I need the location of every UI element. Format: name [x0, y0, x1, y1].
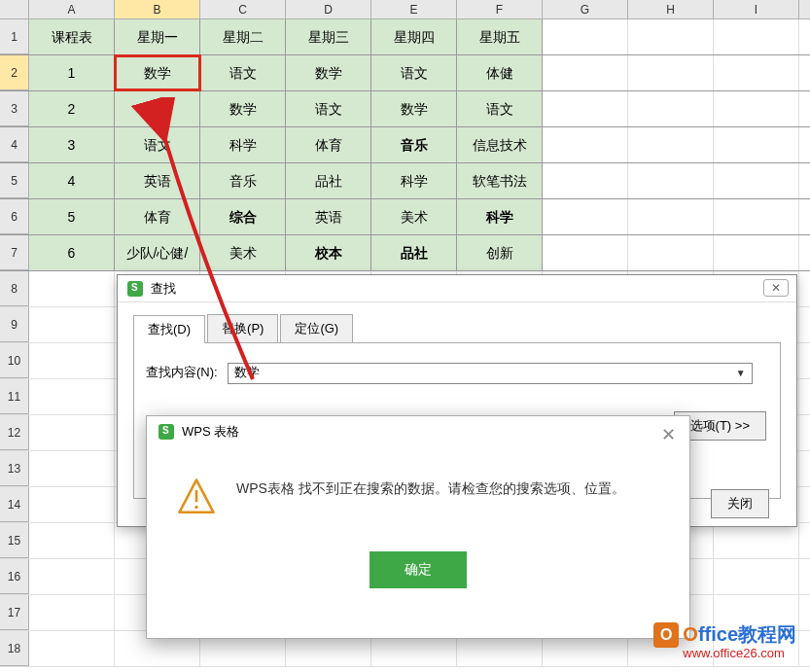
cell[interactable]: 星期三 [286, 19, 371, 54]
cell[interactable] [628, 235, 714, 270]
cell[interactable] [714, 559, 799, 594]
cell[interactable] [29, 271, 115, 306]
close-button[interactable]: 关闭 [711, 489, 769, 518]
cell[interactable]: 综合 [200, 199, 286, 234]
cell[interactable]: 1 [29, 55, 115, 90]
cell[interactable]: 品社 [286, 163, 371, 198]
cell[interactable] [29, 523, 115, 558]
row-head-8[interactable]: 8 [0, 271, 29, 306]
cell[interactable]: 语文 [286, 91, 371, 126]
cell[interactable]: 英语 [115, 163, 200, 198]
cell[interactable]: 体育 [286, 127, 371, 162]
row-head-9[interactable]: 9 [0, 307, 29, 342]
cell[interactable]: 星期四 [371, 19, 457, 54]
cell[interactable]: 数学 [286, 55, 371, 90]
cell[interactable] [543, 235, 628, 270]
cell[interactable]: 语文 [115, 127, 200, 162]
cell[interactable]: 语文 [115, 91, 200, 126]
cell[interactable] [628, 127, 714, 162]
cell[interactable] [29, 595, 115, 630]
col-head-E[interactable]: E [371, 0, 457, 18]
tab-goto[interactable]: 定位(G) [280, 314, 353, 342]
cell[interactable] [543, 163, 628, 198]
cell[interactable]: 2 [29, 91, 115, 126]
select-all-corner[interactable] [0, 0, 29, 18]
row-head-6[interactable]: 6 [0, 199, 29, 234]
row-head-12[interactable]: 12 [0, 415, 29, 450]
cell[interactable] [29, 343, 115, 378]
cell[interactable]: 5 [29, 199, 115, 234]
cell[interactable]: 数学 [371, 91, 457, 126]
cell[interactable] [29, 307, 115, 342]
cell[interactable]: 数学 [200, 91, 286, 126]
col-head-A[interactable]: A [29, 0, 115, 18]
cell[interactable] [543, 199, 628, 234]
row-head-18[interactable]: 18 [0, 631, 29, 666]
tab-find[interactable]: 查找(D) [133, 315, 205, 343]
cell[interactable] [29, 487, 115, 522]
row-head-16[interactable]: 16 [0, 559, 29, 594]
cell[interactable] [714, 163, 799, 198]
row-head-10[interactable]: 10 [0, 343, 29, 378]
row-head-17[interactable]: 17 [0, 595, 29, 630]
dropdown-caret-icon[interactable]: ▼ [736, 364, 746, 383]
row-head-13[interactable]: 13 [0, 451, 29, 486]
cell[interactable]: 体育 [115, 199, 200, 234]
find-content-input[interactable]: 数学 ▼ [228, 363, 753, 384]
cell[interactable]: 科学 [371, 163, 457, 198]
cell[interactable] [543, 91, 628, 126]
cell[interactable] [714, 127, 799, 162]
cell[interactable] [29, 631, 115, 666]
col-head-B[interactable]: B [115, 0, 200, 18]
cell[interactable] [628, 163, 714, 198]
cell[interactable]: 星期二 [200, 19, 286, 54]
cell[interactable]: 音乐 [200, 163, 286, 198]
row-head-4[interactable]: 4 [0, 127, 29, 162]
cell[interactable] [628, 19, 714, 54]
cell[interactable] [714, 19, 799, 54]
find-dialog-titlebar[interactable]: 查找 ✕ [118, 275, 796, 302]
row-head-5[interactable]: 5 [0, 163, 29, 198]
cell[interactable] [714, 55, 799, 90]
row-head-14[interactable]: 14 [0, 487, 29, 522]
cell[interactable] [29, 415, 115, 450]
cell[interactable]: 语文 [457, 91, 543, 126]
cell[interactable] [543, 127, 628, 162]
cell[interactable] [714, 199, 799, 234]
cell[interactable]: 音乐 [371, 127, 457, 162]
cell[interactable]: 科学 [200, 127, 286, 162]
cell[interactable]: 星期一 [115, 19, 200, 54]
find-dialog-close-icon[interactable]: ✕ [763, 279, 789, 297]
cell[interactable] [628, 55, 714, 90]
cell[interactable]: 6 [29, 235, 115, 270]
cell[interactable]: 语文 [371, 55, 457, 90]
cell[interactable]: 数学 [115, 55, 200, 90]
cell[interactable]: 校本 [286, 235, 371, 270]
cell[interactable]: 少队/心健/ [115, 235, 200, 270]
cell[interactable]: 创新 [457, 235, 543, 270]
ok-button[interactable]: 确定 [370, 551, 467, 588]
cell[interactable]: 美术 [200, 235, 286, 270]
col-head-D[interactable]: D [286, 0, 371, 18]
cell[interactable] [29, 451, 115, 486]
col-head-F[interactable]: F [457, 0, 543, 18]
alert-titlebar[interactable]: WPS 表格 ✕ [147, 416, 689, 447]
cell[interactable] [628, 91, 714, 126]
cell[interactable]: 语文 [200, 55, 286, 90]
cell[interactable] [714, 235, 799, 270]
cell[interactable] [714, 523, 799, 558]
row-head-15[interactable]: 15 [0, 523, 29, 558]
cell[interactable]: 3 [29, 127, 115, 162]
row-head-1[interactable]: 1 [0, 19, 29, 54]
col-head-I[interactable]: I [714, 0, 799, 18]
cell[interactable]: 科学 [457, 199, 543, 234]
cell[interactable] [714, 91, 799, 126]
row-head-2[interactable]: 2 [0, 55, 29, 90]
cell[interactable]: 课程表 [29, 19, 115, 54]
cell[interactable]: 美术 [371, 199, 457, 234]
alert-close-icon[interactable]: ✕ [658, 424, 678, 443]
cell[interactable]: 体健 [457, 55, 543, 90]
cell[interactable]: 品社 [371, 235, 457, 270]
cell[interactable] [29, 559, 115, 594]
col-head-H[interactable]: H [628, 0, 714, 18]
